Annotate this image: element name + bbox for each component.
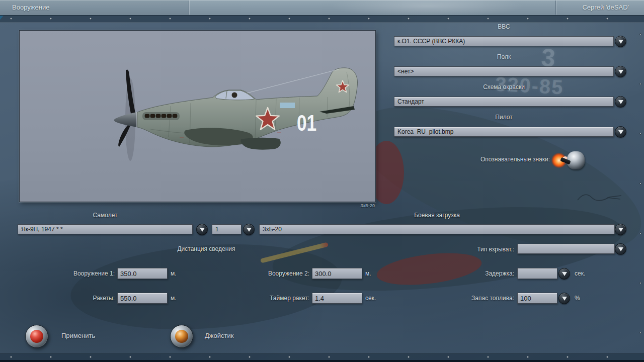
tab-divider-2 [555,1,556,15]
armament-screen: 3 320-85 Вооружение Сергей 'deSAD' [0,0,644,362]
chevron-down-icon [618,70,623,74]
chevron-down-icon [200,228,205,232]
delay-label: Задержка: [428,270,514,277]
rivet-strip-top [0,15,644,23]
chevron-down-icon [618,100,623,104]
weapon1-label: Вооружение 1: [30,270,115,277]
markings-toggle[interactable] [551,148,587,171]
fuel-label: Запас топлива: [428,295,514,302]
weapon1-input[interactable] [117,268,168,279]
aircraft-side-view: 01 [20,31,375,202]
tab-divider-1 [189,1,189,15]
top-bar: Вооружение Сергей 'deSAD' [0,0,644,16]
rocket-timer-label: Таймер ракет: [221,295,309,302]
rivet-strip-right [638,30,643,352]
chevron-down-icon [562,297,567,301]
chevron-down-icon [618,130,623,134]
weapon2-input[interactable] [312,268,362,279]
delay-input[interactable] [517,268,557,279]
loadout-label: Боевая загрузка [259,212,615,219]
loadout-dropdown-button[interactable] [615,224,626,235]
amber-button-icon [175,330,188,343]
regiment-value: <нет> [394,67,613,76]
count-value: 1 [212,225,241,234]
apply-label: Применить [61,332,95,339]
radiator-scoop [241,138,281,150]
joystick-button[interactable] [170,325,193,348]
aircraft-label: Самолет [18,212,193,219]
aircraft-dropdown-button[interactable] [196,224,208,235]
chevron-down-icon [618,40,623,44]
aircraft-value: Як-9П, 1947 * * [18,225,192,234]
convergence-title: Дистанция сведения [80,245,332,252]
markings-label: Опознавательные знаки: [439,156,550,163]
fuse-type-select[interactable] [517,244,615,254]
aircraft-number: 01 [297,111,316,135]
paint-scheme-value: Стандарт [394,97,613,107]
fuel-unit: % [575,295,580,302]
loadout-value: 3хБ-20 [260,225,614,234]
weapon1-unit: м. [171,270,177,277]
apply-button[interactable] [25,325,48,348]
tab-armament-label: Вооружение [12,0,49,15]
rockets-unit: м. [171,295,177,302]
chevron-down-icon [562,272,567,276]
tab-armament[interactable]: Вооружение [0,0,189,15]
pilot-select[interactable]: Korea_RU_pilot.bmp [394,127,614,137]
aircraft-preview-panel: 01 [19,30,376,202]
player-name: Сергей 'deSAD' [582,0,629,15]
pilot-dropdown-button[interactable] [615,126,626,138]
chevron-down-icon [618,228,623,232]
paint-scheme-label: Схема окраски [394,83,614,90]
fuse-type-dropdown-button[interactable] [615,243,626,255]
regiment-dropdown-button[interactable] [615,66,626,77]
chevron-down-icon [247,228,252,232]
count-select[interactable]: 1 [212,224,242,234]
aircraft-select[interactable]: Як-9П, 1947 * * [18,224,193,234]
pilot-label: Пилот [394,114,614,121]
regiment-label: Полк [394,53,614,60]
count-dropdown-button[interactable] [243,224,255,235]
top-bar-shine [322,0,533,15]
joystick-label: Джойстик [205,332,233,339]
delay-unit: сек. [575,270,585,277]
pilot-value: Korea_RU_pilot.bmp [394,127,613,137]
airforce-select[interactable]: к.О1. СССР (ВВС РККА) [394,36,614,46]
fuel-input[interactable] [517,293,557,304]
fuselage-patch [280,103,295,108]
red-button-icon [30,330,43,343]
regiment-select[interactable]: <нет> [394,66,614,76]
airforce-label: ВВС [394,23,614,30]
rockets-label: Ракеты: [30,295,115,302]
weapon2-label: Вооружение 2: [221,270,309,277]
ghost-signature [576,191,624,204]
airforce-value: к.О1. СССР (ВВС РККА) [394,37,613,46]
rocket-timer-unit: сек. [365,295,376,302]
fuel-dropdown-button[interactable] [558,293,570,304]
airforce-dropdown-button[interactable] [615,36,626,47]
delay-dropdown-button[interactable] [558,268,570,280]
fuse-type-label: Тип взрыват.: [428,246,514,253]
paint-scheme-select[interactable]: Стандарт [394,97,614,107]
rockets-input[interactable] [117,293,168,304]
chevron-down-icon [618,247,623,251]
rocket-timer-input[interactable] [312,293,362,304]
loadout-select[interactable]: 3хБ-20 [259,224,615,234]
paint-scheme-dropdown-button[interactable] [615,96,626,108]
bottom-edge [0,360,644,362]
loadout-caption: 3хБ-20 [224,203,375,208]
weapon2-unit: м. [365,270,371,277]
pilot-head [232,93,237,98]
